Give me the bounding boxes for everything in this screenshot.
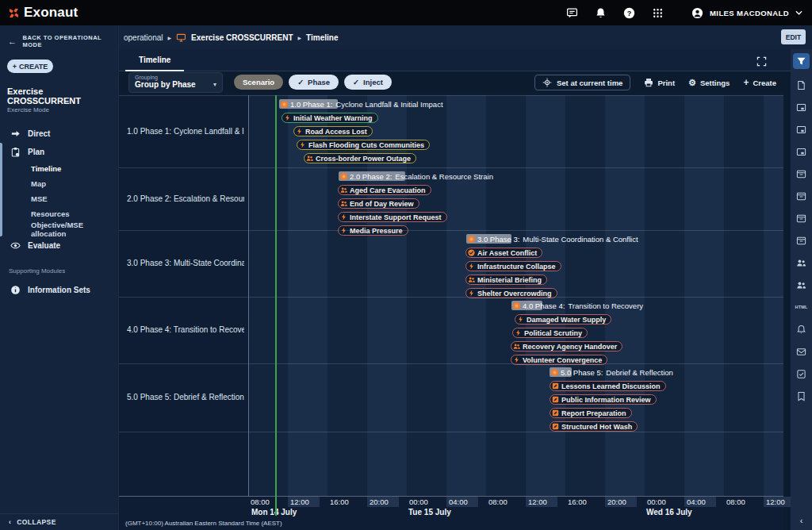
inject-pill[interactable]: Aged Care Evacuation <box>338 185 431 195</box>
app-root: Exonaut ? MILES MACDONALD ← BACK TO OPER… <box>0 0 812 530</box>
account-menu[interactable]: MILES MACDONALD <box>691 7 802 19</box>
phase-bar[interactable]: 1.0 Phase 1:Cyclone Landfall & Initial I… <box>279 99 443 109</box>
sidebar-item-plan[interactable]: Plan <box>0 143 118 161</box>
inject-pill[interactable]: Cross-border Power Outage <box>304 153 416 163</box>
sidebar-item-label: Plan <box>28 148 44 156</box>
edit-button[interactable]: EDIT <box>781 29 806 44</box>
rail-book-icon[interactable] <box>793 390 810 402</box>
timeline-row: 2.0 Phase 2:Escalation & Resource Strain… <box>248 167 783 230</box>
current-time-line <box>275 95 277 516</box>
rail-card-icon[interactable] <box>793 101 810 113</box>
chip-inject[interactable]: ✓Inject <box>344 75 392 90</box>
rail-archive-icon[interactable] <box>793 167 810 180</box>
inject-pill[interactable]: Initial Weather Warning <box>282 113 378 123</box>
inject-pill[interactable]: Public Information Review <box>550 394 657 405</box>
back-arrow-icon: ← <box>8 39 17 44</box>
rail-mail-icon[interactable] <box>793 345 810 358</box>
breadcrumb-exercise[interactable]: Exercise CROSSCURRENT <box>191 33 293 42</box>
phase-bar[interactable]: 5.0 Phase 5:Debrief & Reflection <box>550 367 673 377</box>
apps-grid-icon[interactable] <box>652 7 664 19</box>
notifications-bell-icon[interactable] <box>595 7 607 19</box>
settings-button[interactable]: ⚙ Settings <box>688 78 730 87</box>
sidebar-item-map[interactable]: Map <box>0 176 118 191</box>
chip-label: Scenario <box>243 78 274 86</box>
inject-pill[interactable]: Damaged Water Supply <box>515 314 611 325</box>
phase-code: 2.0 Phase 2: <box>350 172 392 181</box>
tab-timeline[interactable]: Timeline <box>125 49 184 71</box>
top-bar: Exonaut ? MILES MACDONALD <box>0 0 812 25</box>
grouping-label: Grouping <box>135 75 216 80</box>
rail-file-icon[interactable] <box>793 79 810 91</box>
phase-bar[interactable]: 2.0 Phase 2:Escalation & Resource Strain <box>339 171 493 181</box>
inject-pill[interactable]: Ministerial Briefing <box>465 275 547 285</box>
left-sidebar: ← BACK TO OPERATIONAL MODE + CREATE Exer… <box>0 25 119 530</box>
rail-bell-icon[interactable] <box>793 323 810 336</box>
inject-pill[interactable]: Lessons Learned Discussion <box>550 381 666 391</box>
sidebar-item-evaluate[interactable]: Evaluate <box>0 236 118 255</box>
rail-checklist-icon[interactable] <box>793 367 810 380</box>
grouping-select[interactable]: Grouping Group by Phase ▾ <box>128 72 223 93</box>
inject-pill[interactable]: Infrastructure Collapse <box>465 261 561 271</box>
phase-bar[interactable]: 4.0 Phase 4:Transition to Recovery <box>511 301 643 310</box>
rail-people-icon[interactable] <box>793 256 810 269</box>
sidebar-item-information-sets[interactable]: Information Sets <box>0 281 118 299</box>
sidebar-item-objective-mse-allocation[interactable]: Objective/MSE allocation <box>0 221 118 236</box>
timeline-chart: 1.0 Phase 1: Cyclone Landfall & Initia..… <box>119 94 783 530</box>
create-button[interactable]: + CREATE <box>7 60 53 73</box>
inject-label: Political Scrutiny <box>524 329 582 337</box>
inject-pill[interactable]: Road Access Lost <box>293 126 373 136</box>
rail-html-icon[interactable]: HTML <box>793 301 810 313</box>
print-button[interactable]: Print <box>644 78 675 87</box>
set-time-label: Set at current time <box>557 79 622 87</box>
phase-title: Transition to Recovery <box>568 301 643 310</box>
breadcrumb-timeline[interactable]: Timeline <box>306 33 338 42</box>
inject-pill[interactable]: Structured Hot Wash <box>550 421 638 432</box>
inject-pill[interactable]: Report Preparation <box>550 408 632 418</box>
chip-phase[interactable]: ✓Phase <box>289 75 339 90</box>
bolt-icon <box>340 213 347 221</box>
rail-card-icon[interactable] <box>793 145 810 158</box>
chip-scenario[interactable]: Scenario <box>234 75 283 90</box>
sidebar-collapse-button[interactable]: ‹ COLLAPSE <box>0 513 118 530</box>
sidebar-item-resources[interactable]: Resources <box>0 206 118 221</box>
sidebar-item-mse[interactable]: MSE <box>0 191 118 206</box>
rail-archive-icon[interactable] <box>793 212 810 225</box>
set-at-current-time-button[interactable]: Set at current time <box>534 75 630 90</box>
inject-pill[interactable]: Air Asset Conflict <box>465 248 542 258</box>
create-inject-button[interactable]: + Create <box>743 78 776 87</box>
inject-pill[interactable]: Political Scrutiny <box>512 328 588 338</box>
chip-label: Inject <box>363 78 383 86</box>
axis-tick-label: 08:00 <box>488 497 508 506</box>
rail-people-icon[interactable] <box>793 278 810 291</box>
chip-label: Phase <box>308 78 330 86</box>
inject-label: Air Asset Conflict <box>477 249 537 257</box>
inject-pill[interactable]: Interstate Support Request <box>338 212 447 222</box>
breadcrumb-operational[interactable]: operational <box>124 33 163 42</box>
bolt-icon <box>517 316 524 323</box>
rail-archive-icon[interactable] <box>793 190 810 202</box>
inject-pill[interactable]: End of Day Review <box>338 198 419 209</box>
inject-pill[interactable]: Recovery Agency Handover <box>511 341 622 351</box>
sidebar-item-timeline[interactable]: Timeline <box>0 161 118 176</box>
chat-icon[interactable] <box>566 7 578 19</box>
back-to-operational-mode-link[interactable]: ← BACK TO OPERATIONAL MODE <box>0 25 118 52</box>
rail-archive-icon[interactable] <box>793 234 810 247</box>
rail-card-icon[interactable] <box>793 123 810 136</box>
inject-label: End of Day Review <box>350 200 414 208</box>
fullscreen-icon[interactable] <box>756 56 767 66</box>
rail-filter-icon[interactable] <box>793 53 810 69</box>
axis-tick-label: 00:00 <box>647 497 666 506</box>
label-column-divider <box>248 95 249 496</box>
phase-icon <box>512 301 521 310</box>
phase-code: 5.0 Phase 5: <box>561 368 603 377</box>
row-divider <box>119 432 783 432</box>
exercise-monitor-icon <box>176 33 186 42</box>
sidebar-item-direct[interactable]: Direct <box>0 125 118 143</box>
help-icon[interactable]: ? <box>623 7 635 19</box>
rail-collapse-button[interactable]: ‹ <box>791 516 812 525</box>
right-tool-rail: HTML ‹ <box>791 49 812 530</box>
breadcrumb-bar: operational ▶ Exercise CROSSCURRENT ▶ Ti… <box>119 25 812 49</box>
phase-bar[interactable]: 3.0 Phase 3:Multi-State Coordination & C… <box>466 234 638 244</box>
inject-pill[interactable]: Flash Flooding Cuts Communities <box>297 140 430 150</box>
inject-label: Cross-border Power Outage <box>316 155 411 163</box>
